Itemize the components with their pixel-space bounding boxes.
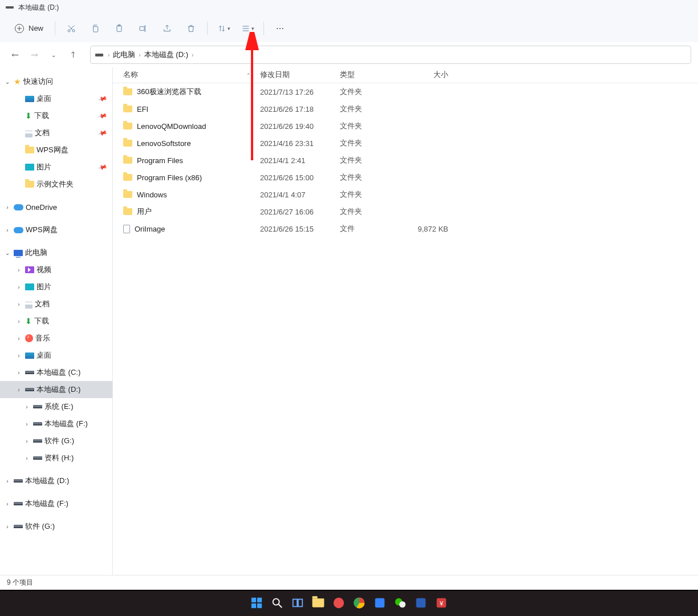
paste-button[interactable] (108, 18, 131, 39)
new-button[interactable]: New (8, 18, 50, 39)
sidebar-local-d2[interactable]: ›本地磁盘 (D:) (0, 472, 112, 489)
svg-rect-10 (257, 598, 262, 602)
sidebar-item-label: 桌面 (36, 350, 51, 360)
more-button[interactable] (269, 18, 291, 39)
sidebar-data-h[interactable]: ›资料 (H:) (0, 449, 112, 467)
disk-icon (33, 422, 42, 425)
file-row[interactable]: Program Files (x86)2021/6/26 15:00文件夹 (113, 169, 698, 186)
breadcrumb-root[interactable]: 此电脑 (113, 50, 135, 60)
file-row[interactable]: EFI2021/6/26 17:18文件夹 (113, 100, 698, 117)
search-button[interactable] (269, 594, 286, 611)
sidebar-documents2[interactable]: ›文档 (0, 295, 112, 313)
taskbar-app-3[interactable] (412, 594, 429, 611)
file-date: 2021/6/27 16:06 (260, 208, 340, 216)
file-row[interactable]: Windows2021/4/1 4:07文件夹 (113, 186, 698, 203)
start-button[interactable] (248, 594, 265, 611)
breadcrumb-current[interactable]: 本地磁盘 (D:) (144, 50, 188, 60)
forward-button[interactable]: 🡒 (26, 47, 42, 63)
sidebar-item-label: 此电脑 (25, 248, 47, 258)
sidebar-system-e[interactable]: ›系统 (E:) (0, 398, 112, 415)
sidebar-wps-netdisk2[interactable]: ›WPS网盘 (0, 221, 112, 238)
window-title: 本地磁盘 (D:) (18, 3, 59, 13)
status-bar: 9 个项目 (0, 575, 698, 590)
column-modified[interactable]: 修改日期 (260, 70, 340, 80)
sidebar-local-f[interactable]: ›本地磁盘 (F:) (0, 415, 112, 432)
file-list: 名称⌃ 修改日期 类型 大小 360极速浏览器下载2021/7/13 17:26… (113, 67, 698, 575)
breadcrumb[interactable]: › 此电脑 › 本地磁盘 (D:) › (90, 46, 691, 64)
column-type[interactable]: 类型 (340, 70, 403, 80)
file-date: 2021/6/26 15:00 (260, 173, 340, 182)
svg-point-8 (282, 27, 283, 29)
chevron-right-icon: › (139, 52, 140, 58)
folder-icon (313, 598, 324, 607)
file-row[interactable]: OriImage2021/6/26 15:15文件9,872 KB (113, 220, 698, 237)
sidebar-local-c[interactable]: ›本地磁盘 (C:) (0, 364, 112, 381)
file-name: EFI (137, 105, 148, 114)
taskbar-chrome[interactable] (351, 594, 368, 611)
sort-button[interactable]: ▾ (212, 18, 235, 39)
file-row[interactable]: LenovoQMDownload2021/6/26 19:40文件夹 (113, 117, 698, 135)
sidebar-software-g2[interactable]: ›软件 (G:) (0, 518, 112, 535)
sidebar-local-f2[interactable]: ›本地磁盘 (F:) (0, 495, 112, 512)
file-name: Program Files (137, 156, 183, 165)
copy-button[interactable] (84, 18, 107, 39)
taskbar-app-1[interactable] (330, 594, 347, 611)
delete-button[interactable] (180, 18, 202, 39)
sidebar-pictures2[interactable]: ›图片 (0, 278, 112, 295)
svg-rect-14 (293, 599, 297, 607)
sidebar-videos[interactable]: ›视频 (0, 261, 112, 278)
sidebar-pictures[interactable]: 图片📌 (0, 159, 112, 176)
column-size[interactable]: 大小 (403, 70, 465, 80)
sidebar-item-label: 本地磁盘 (F:) (44, 419, 88, 429)
sidebar-documents[interactable]: 文档📌 (0, 124, 112, 141)
disk-icon (95, 54, 103, 56)
back-button[interactable]: 🡐 (7, 47, 23, 63)
sidebar-desktop[interactable]: 桌面📌 (0, 90, 112, 107)
sidebar-downloads2[interactable]: ›⬇下载 (0, 313, 112, 330)
file-type: 文件 (340, 224, 403, 234)
sidebar-sample-folder[interactable]: 示例文件夹 (0, 176, 112, 193)
sidebar-downloads[interactable]: ⬇下载📌 (0, 107, 112, 124)
chevron-right-icon: › (15, 301, 23, 307)
view-button[interactable]: ▾ (236, 18, 259, 39)
folder-icon (123, 123, 132, 129)
sidebar-onedrive[interactable]: ›OneDrive (0, 198, 112, 216)
file-type: 文件夹 (340, 189, 403, 200)
rename-button[interactable] (132, 18, 155, 39)
file-row[interactable]: LenovoSoftstore2021/4/16 23:31文件夹 (113, 135, 698, 152)
svg-rect-22 (416, 598, 426, 608)
folder-icon (123, 140, 132, 147)
up-button[interactable]: 🡑 (65, 47, 81, 63)
file-row[interactable]: 360极速浏览器下载2021/7/13 17:26文件夹 (113, 83, 698, 100)
sidebar: ⌄★快速访问 桌面📌 ⬇下载📌 文档📌 WPS网盘 图片📌 示例文件夹 ›One… (0, 67, 113, 575)
sidebar-wps-netdisk[interactable]: WPS网盘 (0, 141, 112, 159)
disk-icon (33, 405, 42, 408)
share-button[interactable] (156, 18, 178, 39)
file-row[interactable]: 用户2021/6/27 16:06文件夹 (113, 203, 698, 220)
taskbar-wechat[interactable] (392, 594, 409, 611)
chevron-right-icon: › (192, 52, 193, 58)
file-name: LenovoSoftstore (137, 139, 191, 148)
sidebar-item-label: 下载 (34, 111, 49, 121)
taskbar-explorer[interactable] (310, 594, 327, 611)
task-view-button[interactable] (289, 594, 306, 611)
svg-point-6 (277, 27, 278, 29)
file-row[interactable]: Program Files2021/4/1 2:41文件夹 (113, 152, 698, 169)
video-icon (25, 266, 34, 273)
column-name[interactable]: 名称⌃ (123, 70, 260, 80)
taskbar-app-2[interactable] (371, 594, 388, 611)
taskbar-app-4[interactable]: ¥ (433, 594, 450, 611)
sidebar-desktop2[interactable]: ›桌面 (0, 347, 112, 364)
file-type: 文件夹 (340, 104, 403, 114)
chevron-right-icon: › (23, 404, 31, 410)
sidebar-software-g[interactable]: ›软件 (G:) (0, 432, 112, 449)
cut-button[interactable] (60, 18, 83, 39)
chevron-right-icon: › (15, 318, 23, 325)
sidebar-local-d[interactable]: ›本地磁盘 (D:) (0, 381, 112, 398)
recent-locations-button[interactable]: ⌄ (46, 47, 62, 63)
sidebar-music[interactable]: ›音乐 (0, 330, 112, 347)
disk-icon (14, 479, 23, 483)
sidebar-quick-access[interactable]: ⌄★快速访问 (0, 73, 112, 90)
file-date: 2021/4/1 4:07 (260, 191, 340, 199)
sidebar-this-pc[interactable]: ⌄此电脑 (0, 244, 112, 261)
